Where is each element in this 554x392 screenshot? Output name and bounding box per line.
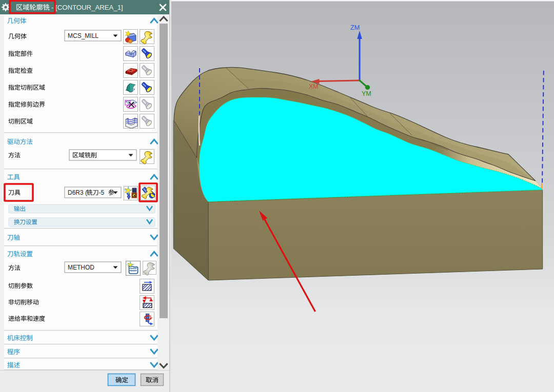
- svg-text:MCS_MILL: MCS_MILL: [68, 32, 98, 39]
- svg-text:-5: -5: [99, 189, 105, 196]
- svg-text:XM: XM: [309, 83, 319, 90]
- svg-text:YM: YM: [362, 90, 371, 97]
- svg-text:D6R3 (: D6R3 (: [68, 189, 87, 196]
- svg-text:- [CONTOUR_AREA_1]: - [CONTOUR_AREA_1]: [51, 4, 123, 11]
- svg-text:ZM: ZM: [350, 24, 360, 31]
- svg-text:METHOD: METHOD: [68, 264, 94, 271]
